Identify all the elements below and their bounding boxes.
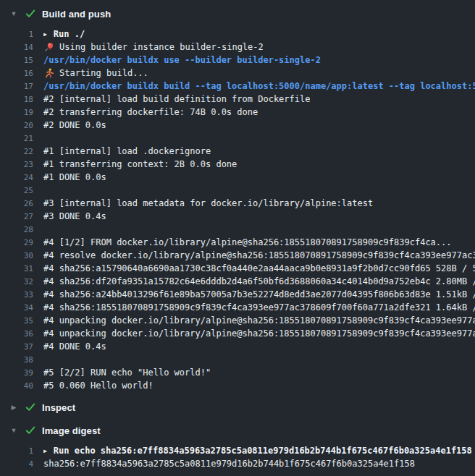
section-lines: 1 ▶Run ./ 14 Using builder instance buil… [0,27,475,392]
log-text: #1 DONE 0.0s [43,172,106,182]
log-line-content: #5 [2/2] RUN echo "Hello world!" [43,367,211,378]
line-number[interactable]: 30 [0,251,33,260]
line-number[interactable]: 19 [0,108,33,117]
log-text: sha256:e7ff8834a5963a2785c5a0811e979d16b… [43,459,415,469]
log-line-content: ▶Run ./ [43,29,85,39]
log-line-content: #4 resolve docker.io/library/alpine@sha2… [43,250,475,260]
log-line-content: #4 unpacking docker.io/library/alpine@sh… [43,315,475,326]
log-line: 28 [0,223,475,236]
log-line-content: #4 unpacking docker.io/library/alpine@sh… [43,328,475,339]
log-line-content: #4 sha256:a24bb4013296f61e89ba57005a7b3e… [43,289,475,299]
log-text: Run ./ [54,29,85,39]
line-number[interactable]: 21 [0,134,33,143]
line-number[interactable]: 16 [0,69,33,78]
line-number[interactable]: 40 [0,381,33,391]
log-text: #5 0.060 Hello world! [43,381,154,391]
log-line-content: /usr/bin/docker buildx use --builder bui… [43,55,321,65]
section-header-image-digest[interactable]: ▼ Image digest [0,422,475,438]
log-text: #2 DONE 0.0s [43,120,106,130]
log-text: #4 sha256:df20fa9351a15782c64e6dddb2d4a6… [43,276,475,286]
line-number[interactable]: 1 [0,446,33,456]
log-line-content: #1 transferring context: 2B 0.0s done [43,159,237,169]
log-section-inspect: ▶ Inspect [0,399,475,415]
line-number[interactable]: 37 [0,342,33,352]
log-text: #4 sha256:a15790640a6690aa1730c38cf0a440… [43,263,475,273]
chevron-down-icon[interactable]: ▼ [9,10,19,17]
line-number[interactable]: 1 [0,30,33,39]
log-line: 4 sha256:e7ff8834a5963a2785c5a0811e979d1… [0,457,475,470]
line-number[interactable]: 4 [0,459,33,469]
log-line: 17 /usr/bin/docker buildx build --tag lo… [0,80,475,93]
expand-group-icon[interactable]: ▶ [43,448,47,454]
line-number[interactable]: 38 [0,355,33,365]
line-number[interactable]: 25 [0,186,33,195]
line-number[interactable]: 14 [0,43,33,52]
log-text: Run echo sha256:e7ff8834a5963a2785c5a081… [54,446,472,456]
log-text: #1 [internal] load .dockerignore [43,146,211,156]
log-line-content: #2 [internal] load build definition from… [43,94,310,104]
log-text: Starting build... [59,68,148,78]
line-number[interactable]: 34 [0,303,33,313]
log-text: Using builder instance builder-single-2 [59,42,264,52]
line-number[interactable]: 22 [0,147,33,156]
log-text: #2 [internal] load build definition from… [43,94,310,104]
log-line-content: #4 sha256:185518070891758909c9f839cf4ca3… [43,302,475,313]
log-line: 1 ▶Run echo sha256:e7ff8834a5963a2785c5a… [0,444,475,457]
log-line: 38 [0,353,475,366]
log-line: 36 #4 unpacking docker.io/library/alpine… [0,327,475,340]
section-header-inspect[interactable]: ▶ Inspect [0,399,475,415]
line-number[interactable]: 31 [0,264,33,273]
log-line: 32 #4 sha256:df20fa9351a15782c64e6dddb2d… [0,275,475,288]
log-text: #5 [2/2] RUN echo "Hello world!" [43,367,211,378]
log-line: 15 /usr/bin/docker buildx use --builder … [0,54,475,67]
log-text: #4 unpacking docker.io/library/alpine@sh… [43,328,475,339]
log-line-content: #4 [1/2] FROM docker.io/library/alpine@s… [43,237,452,247]
log-line: 34 #4 sha256:185518070891758909c9f839cf4… [0,301,475,314]
log-section-image-digest: ▼ Image digest 1 ▶Run echo sha256:e7ff88… [0,422,475,470]
log-line: 24 #1 DONE 0.0s [0,171,475,184]
expand-group-icon[interactable]: ▶ [43,31,47,38]
line-number[interactable]: 23 [0,160,33,169]
line-number[interactable]: 33 [0,290,33,299]
line-number[interactable]: 17 [0,82,33,91]
line-number[interactable]: 32 [0,277,33,286]
log-line-content: #4 sha256:a15790640a6690aa1730c38cf0a440… [43,263,475,273]
log-line: 18 #2 [internal] load build definition f… [0,93,475,106]
section-title: Inspect [42,402,75,413]
log-line: 19 #2 transferring dockerfile: 74B 0.0s … [0,106,475,119]
log-line-content: #1 [internal] load .dockerignore [43,146,211,156]
success-check-icon [25,8,36,20]
log-line-content: #1 DONE 0.0s [43,172,106,182]
log-text: #4 unpacking docker.io/library/alpine@sh… [43,315,475,326]
line-number[interactable]: 36 [0,329,33,339]
line-number[interactable]: 28 [0,225,33,234]
line-number[interactable]: 35 [0,316,33,326]
log-line: 29 #4 [1/2] FROM docker.io/library/alpin… [0,236,475,249]
log-line: 22 #1 [internal] load .dockerignore [0,145,475,158]
line-number[interactable]: 24 [0,173,33,182]
log-line: 16 Starting build... [0,67,475,80]
log-line-content: /usr/bin/docker buildx build --tag local… [43,81,475,91]
log-text: #4 sha256:a24bb4013296f61e89ba57005a7b3e… [43,289,475,299]
pushpin-icon [43,42,54,53]
log-text: #1 transferring context: 2B 0.0s done [43,159,237,169]
log-text: #4 sha256:185518070891758909c9f839cf4ca3… [43,302,475,313]
section-header-build-and-push[interactable]: ▼ Build and push [0,6,475,22]
log-line-content: #4 DONE 0.4s [43,341,106,352]
section-title: Build and push [42,9,111,20]
log-text: /usr/bin/docker buildx build --tag local… [43,81,475,91]
line-number[interactable]: 15 [0,56,33,65]
log-line-content: #3 [internal] load metadata for docker.i… [43,198,373,208]
line-number[interactable]: 27 [0,212,33,221]
chevron-down-icon[interactable]: ▼ [9,427,19,434]
log-section-build-and-push: ▼ Build and push 1 ▶Run ./ 14 Using buil… [0,6,475,392]
line-number[interactable]: 20 [0,121,33,130]
line-number[interactable]: 26 [0,199,33,208]
log-text: #2 transferring dockerfile: 74B 0.0s don… [43,107,258,117]
line-number[interactable]: 18 [0,95,33,104]
log-line-content: #5 0.060 Hello world! [43,381,154,391]
line-number[interactable]: 29 [0,238,33,247]
chevron-right-icon[interactable]: ▶ [9,404,19,411]
line-number[interactable]: 39 [0,368,33,378]
log-text: /usr/bin/docker buildx use --builder bui… [43,55,321,65]
